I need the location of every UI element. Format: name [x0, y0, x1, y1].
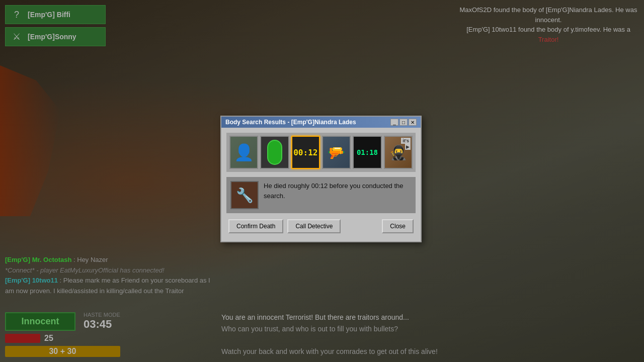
maximize-button[interactable]: □ [399, 119, 408, 126]
masked-badge: it's [401, 138, 411, 144]
dialog-body: 00:12 01:18 🥷 it's ▶ 🔧 He died roughly 0… [221, 128, 421, 241]
dialog-title: Body Search Results - [Emp'G]Niandra Lad… [225, 119, 356, 126]
confirm-death-button[interactable]: Confirm Death [228, 219, 283, 233]
evidence-timer-1[interactable]: 00:12 [291, 136, 320, 169]
call-detective-button[interactable]: Call Detective [287, 219, 341, 233]
body-search-dialog: Body Search Results - [Emp'G]Niandra Lad… [220, 116, 422, 242]
info-text: He died roughly 00:12 before you conduct… [264, 181, 412, 209]
timer-2-value: 01:18 [357, 148, 378, 156]
evidence-green-pill[interactable] [260, 136, 289, 169]
info-icon: 🔧 [230, 181, 259, 209]
evidence-face[interactable] [229, 136, 258, 169]
dialog-window-controls: _ □ ✕ [390, 119, 417, 126]
evidence-row: 00:12 01:18 🥷 it's ▶ [226, 133, 416, 172]
dialog-titlebar: Body Search Results - [Emp'G]Niandra Lad… [221, 117, 421, 128]
minimize-button[interactable]: _ [390, 119, 398, 126]
green-pill-inner [267, 140, 282, 165]
evidence-rifle[interactable] [322, 136, 351, 169]
close-button[interactable]: Close [382, 219, 414, 233]
timer-1-value: 00:12 [293, 148, 317, 157]
evidence-masked[interactable]: 🥷 it's ▶ [384, 136, 413, 169]
dialog-close-x-button[interactable]: ✕ [409, 119, 417, 126]
evidence-timer-2[interactable]: 01:18 [353, 136, 381, 169]
dialog-actions: Confirm Death Call Detective Close [226, 219, 416, 236]
info-panel: 🔧 He died roughly 00:12 before you condu… [226, 177, 416, 213]
